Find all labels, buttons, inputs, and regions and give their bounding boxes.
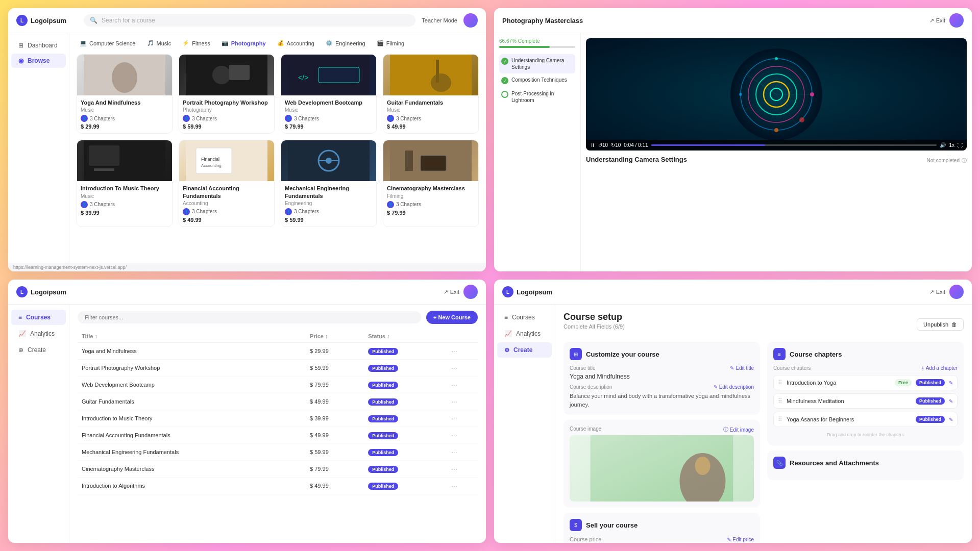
drag-handle-2[interactable]: ⠿ xyxy=(778,416,782,423)
course-image[interactable] xyxy=(570,435,754,502)
back10-button[interactable]: ↺10 xyxy=(598,142,608,148)
cat-computer-science[interactable]: 💻 Computer Science xyxy=(77,38,139,48)
sell-icon: $ xyxy=(570,519,582,531)
speed-selector[interactable]: 1x xyxy=(949,142,954,148)
url-bar: https://learning-management-system-next-… xyxy=(8,263,486,271)
avatar-p3[interactable] xyxy=(463,285,478,299)
price-label: Course price xyxy=(570,536,601,542)
chapters-icon-3: 👤 xyxy=(285,115,292,122)
course-desc-value: Balance your mind and body with a transf… xyxy=(570,392,754,409)
edit-desc-link[interactable]: ✎ Edit description xyxy=(714,384,754,390)
row-menu[interactable]: ··· xyxy=(451,347,457,355)
row-menu[interactable]: ··· xyxy=(451,364,457,372)
row-menu[interactable]: ··· xyxy=(451,431,457,439)
play-button[interactable]: ⏸ xyxy=(590,142,595,148)
sidebar-item-analytics-p4[interactable]: 📈 Analytics xyxy=(497,326,552,341)
course-card-cinema[interactable]: Cinematography Masterclass Filming 👤 3 C… xyxy=(383,140,479,227)
chapter-item-2[interactable]: ⠿ Yoga Asanas for Beginners Published ✎ xyxy=(773,412,958,427)
panel4-body: ≡ Courses 📈 Analytics ⊕ Create Course se… xyxy=(494,305,972,543)
chapter-edit-0[interactable]: ✎ xyxy=(949,380,953,386)
sidebar-label-create: Create xyxy=(28,346,46,354)
edit-price-link[interactable]: ✎ Edit price xyxy=(727,537,754,542)
fwd10-button[interactable]: ↻10 xyxy=(611,142,621,148)
sidebar-item-analytics[interactable]: 📈 Analytics xyxy=(11,326,66,341)
sidebar-item-dashboard[interactable]: ⊞ Dashboard xyxy=(11,38,66,53)
sidebar-item-create[interactable]: ⊕ Create xyxy=(11,342,66,358)
course-card-mechanical[interactable]: Mechanical Engineering Fundamentals Engi… xyxy=(281,140,377,227)
lesson-item-2[interactable]: Post-Processing in Lightroom xyxy=(499,87,575,107)
course-card-guitar[interactable]: Guitar Fundamentals Music 👤 3 Chapters $… xyxy=(383,54,479,134)
table-row[interactable]: Introduction to Algorithms$ 49.99Publish… xyxy=(78,478,478,494)
drag-handle-0[interactable]: ⠿ xyxy=(778,379,782,386)
cat-engineering[interactable]: ⚙️ Engineering xyxy=(323,38,369,48)
sidebar-label-dashboard: Dashboard xyxy=(28,42,58,49)
chapter-edit-2[interactable]: ✎ xyxy=(949,417,953,422)
cat-music[interactable]: 🎵 Music xyxy=(144,38,175,48)
chapter-item-1[interactable]: ⠿ Mindfulness Meditation Published ✎ xyxy=(773,393,958,409)
timeline[interactable] xyxy=(651,144,937,146)
unpublish-button[interactable]: Unpublish 🗑 xyxy=(917,318,964,331)
panel4-header: L Logoipsum ↗ Exit xyxy=(494,280,972,305)
avatar-p4[interactable] xyxy=(949,285,964,299)
sidebar-item-browse[interactable]: ◉ Browse xyxy=(11,54,66,68)
table-row[interactable]: Portrait Photography Workshop$ 59.99Publ… xyxy=(78,360,478,377)
edit-image-link[interactable]: ⓘ Edit image xyxy=(723,426,754,433)
lesson-item-1[interactable]: ✓ Composition Techniques xyxy=(499,73,575,87)
row-menu[interactable]: ··· xyxy=(451,448,457,456)
search-bar[interactable]: 🔍 Search for a course xyxy=(84,14,415,27)
sidebar-label-p4: Courses xyxy=(512,314,535,321)
drag-handle-1[interactable]: ⠿ xyxy=(778,397,782,405)
panel2-content: ⏸ ↺10 ↻10 0:04 / 0:11 🔊 1x ⛶ Understandi… xyxy=(581,33,972,271)
lesson-item-0[interactable]: ✓ Understanding Camera Settings xyxy=(499,54,575,73)
panel3-main: + New Course Title ↕ Price ↕ Status ↕ Yo… xyxy=(69,305,486,543)
course-card-accounting[interactable]: FinancialAccounting Financial Accounting… xyxy=(179,140,275,227)
add-chapter-link[interactable]: + Add a chapter xyxy=(921,365,958,371)
sell-title: Sell your course xyxy=(586,521,638,529)
table-row[interactable]: Financial Accounting Fundamentals$ 49.99… xyxy=(78,427,478,444)
row-menu[interactable]: ··· xyxy=(451,465,457,473)
panel-course-setup: L Logoipsum ↗ Exit ≡ Courses 📈 Analytics… xyxy=(494,280,972,543)
filter-input[interactable] xyxy=(78,311,421,323)
video-player[interactable]: ⏸ ↺10 ↻10 0:04 / 0:11 🔊 1x ⛶ xyxy=(586,38,967,151)
sidebar-label-analytics: Analytics xyxy=(30,330,55,337)
cat-fitness[interactable]: ⚡ Fitness xyxy=(179,38,213,48)
chapter-name-1: Mindfulness Meditation xyxy=(787,398,912,404)
chapter-item-0[interactable]: ⠿ Introduction to Yoga Free Published ✎ xyxy=(773,375,958,390)
course-img-webdev: </> xyxy=(281,55,376,95)
course-card-music[interactable]: Introduction To Music Theory Music 👤 3 C… xyxy=(77,140,173,227)
row-menu[interactable]: ··· xyxy=(451,397,457,406)
edit-title-link[interactable]: ✎ Edit title xyxy=(730,365,754,371)
table-row[interactable]: Introduction to Music Theory$ 39.99Publi… xyxy=(78,410,478,427)
page-title: Course setup xyxy=(564,312,625,322)
course-desc-label: Course description xyxy=(570,384,612,390)
chapter-edit-1[interactable]: ✎ xyxy=(949,398,953,404)
cat-filming[interactable]: 🎬 Filming xyxy=(374,38,407,48)
row-menu[interactable]: ··· xyxy=(451,414,457,422)
fullscreen-button[interactable]: ⛶ xyxy=(958,142,963,148)
cat-photography[interactable]: 📷 Photography xyxy=(218,38,269,48)
table-row[interactable]: Cinematography Masterclass$ 79.99Publish… xyxy=(78,461,478,478)
volume-button[interactable]: 🔊 xyxy=(940,142,946,148)
svg-point-33 xyxy=(775,57,778,60)
course-card-yoga[interactable]: Yoga And Mindfulness Music 👤 3 Chapters … xyxy=(77,54,173,134)
sidebar-item-courses-p4[interactable]: ≡ Courses xyxy=(497,310,552,325)
table-row[interactable]: Mechanical Engineering Fundamentals$ 59.… xyxy=(78,444,478,461)
table-row[interactable]: Web Development Bootcamp$ 79.99Published… xyxy=(78,377,478,393)
avatar-p2[interactable] xyxy=(949,13,964,28)
course-card-webdev[interactable]: </> Web Development Bootcamp Music 👤 3 C… xyxy=(281,54,377,134)
table-row[interactable]: Guitar Fundamentals$ 49.99Published··· xyxy=(78,393,478,410)
panel3-exit[interactable]: ↗ Exit xyxy=(444,289,459,295)
panel4-exit[interactable]: ↗ Exit xyxy=(929,289,945,295)
new-course-button[interactable]: + New Course xyxy=(426,311,478,324)
row-menu[interactable]: ··· xyxy=(451,381,457,389)
course-card-portrait[interactable]: Portrait Photography Workshop Photograph… xyxy=(179,54,275,134)
avatar[interactable] xyxy=(463,13,478,28)
row-menu[interactable]: ··· xyxy=(451,482,457,490)
cat-accounting[interactable]: 💰 Accounting xyxy=(274,38,317,48)
sidebar-item-courses[interactable]: ≡ Courses xyxy=(11,310,66,325)
analytics-icon: 📈 xyxy=(18,330,26,337)
timeline-fill xyxy=(651,144,766,146)
table-row[interactable]: Yoga and Mindfulness$ 29.99Published··· xyxy=(78,343,478,360)
sidebar-item-create-p4[interactable]: ⊕ Create xyxy=(497,342,552,358)
exit-button[interactable]: ↗ Exit xyxy=(929,17,945,24)
